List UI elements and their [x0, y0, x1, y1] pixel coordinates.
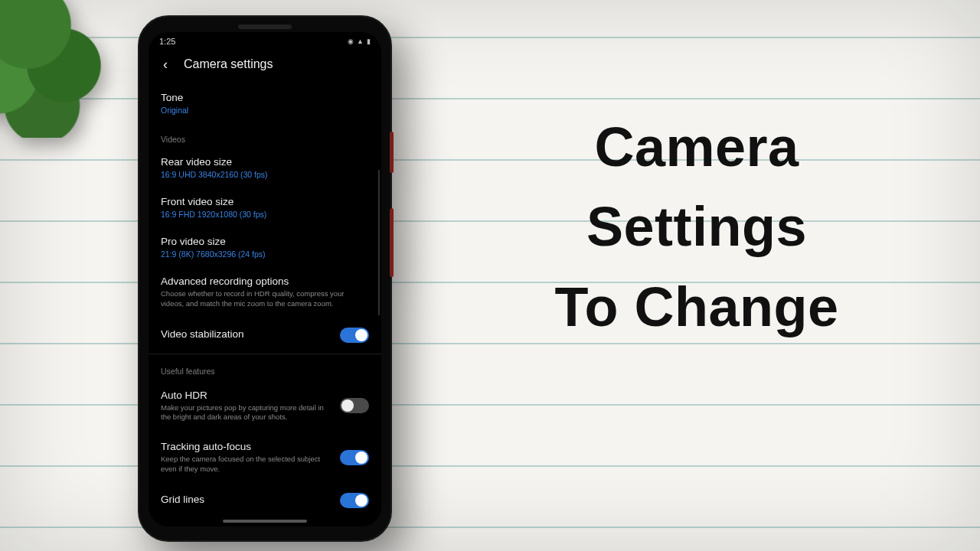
status-time: 1:25	[159, 37, 175, 46]
setting-rear-video-size[interactable]: Rear video size 16:9 UHD 3840x2160 (30 f…	[149, 148, 381, 188]
headline-line-3: To Change	[554, 276, 838, 337]
section-videos: Videos	[149, 124, 381, 148]
battery-icon: ▮	[367, 37, 371, 45]
setting-video-stabilization[interactable]: Video stabilization	[149, 318, 381, 352]
phone-device: 1:25 ◉ ▲ ▮ ‹ Camera settings Tone Origin…	[138, 15, 392, 542]
phone-side-button	[390, 208, 394, 277]
headline-line-2: Settings	[586, 196, 807, 257]
video-stabilization-toggle[interactable]	[340, 328, 369, 343]
phone-side-button	[390, 132, 394, 173]
setting-advanced-recording[interactable]: Advanced recording options Choose whethe…	[149, 268, 381, 318]
setting-tracking-autofocus[interactable]: Tracking auto-focus Keep the camera focu…	[149, 432, 381, 484]
setting-auto-hdr[interactable]: Auto HDR Make your pictures pop by captu…	[149, 380, 381, 432]
auto-hdr-toggle[interactable]	[340, 398, 369, 413]
scrollbar[interactable]	[378, 170, 380, 315]
setting-title: Rear video size	[161, 156, 369, 168]
divider	[149, 354, 381, 354]
setting-value: 16:9 FHD 1920x1080 (30 fps)	[161, 210, 369, 219]
grid-lines-toggle[interactable]	[340, 493, 369, 508]
headline-text: Camera Settings To Change	[459, 107, 934, 347]
tracking-autofocus-toggle[interactable]	[340, 450, 369, 465]
setting-description: Make your pictures pop by capturing more…	[161, 403, 332, 423]
navigation-handle[interactable]	[223, 520, 307, 523]
page-title: Camera settings	[184, 57, 273, 71]
status-icons: ◉ ▲ ▮	[348, 37, 371, 45]
setting-description: Keep the camera focused on the selected …	[161, 455, 332, 474]
headline-line-1: Camera	[594, 116, 799, 178]
chevron-left-icon: ‹	[163, 57, 168, 73]
signal-icon: ▲	[357, 37, 364, 45]
back-button[interactable]: ‹	[156, 55, 175, 73]
section-useful-features: Useful features	[149, 356, 381, 380]
setting-pro-video-size[interactable]: Pro video size 21:9 (8K) 7680x3296 (24 f…	[149, 228, 381, 268]
setting-front-video-size[interactable]: Front video size 16:9 FHD 1920x1080 (30 …	[149, 188, 381, 228]
settings-header: ‹ Camera settings	[149, 47, 381, 84]
phone-speaker	[238, 24, 292, 29]
setting-value: 16:9 UHD 3840x2160 (30 fps)	[161, 170, 369, 179]
setting-description: Choose whether to record in HDR quality,…	[161, 289, 369, 309]
plant-decoration	[0, 0, 115, 138]
setting-title: Advanced recording options	[161, 276, 369, 287]
setting-title: Pro video size	[161, 236, 369, 247]
settings-list[interactable]: Tone Original Videos Rear video size 16:…	[149, 84, 381, 527]
setting-grid-lines[interactable]: Grid lines	[149, 484, 381, 517]
setting-title: Tone	[161, 92, 369, 103]
setting-title: Tracking auto-focus	[161, 441, 332, 452]
phone-frame: 1:25 ◉ ▲ ▮ ‹ Camera settings Tone Origin…	[138, 15, 392, 542]
setting-title: Front video size	[161, 196, 369, 207]
setting-value: Original	[161, 106, 369, 115]
setting-title: Video stabilization	[161, 328, 332, 340]
wifi-icon: ◉	[348, 37, 354, 45]
setting-title: Auto HDR	[161, 390, 332, 401]
phone-screen: 1:25 ◉ ▲ ▮ ‹ Camera settings Tone Origin…	[149, 32, 381, 527]
setting-tone[interactable]: Tone Original	[149, 84, 381, 124]
status-bar: 1:25 ◉ ▲ ▮	[149, 32, 381, 47]
setting-value: 21:9 (8K) 7680x3296 (24 fps)	[161, 249, 369, 259]
setting-title: Grid lines	[161, 494, 332, 505]
